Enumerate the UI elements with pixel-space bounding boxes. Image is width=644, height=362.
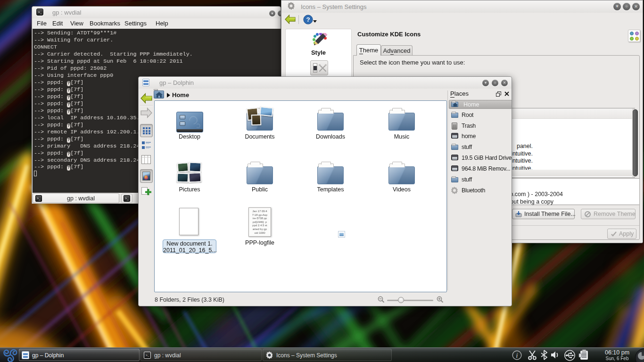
svg-text:i: i (516, 352, 518, 359)
svg-text:?: ? (306, 16, 310, 23)
